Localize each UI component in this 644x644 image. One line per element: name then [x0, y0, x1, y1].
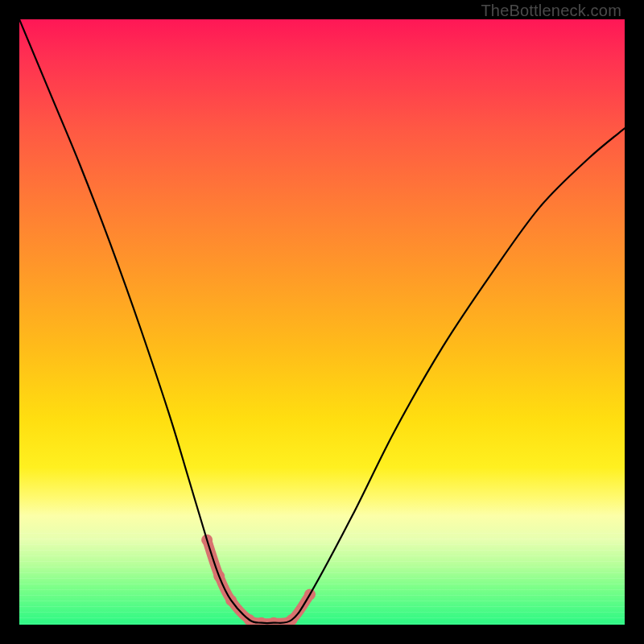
bottleneck-highlight — [207, 540, 310, 624]
curve-layer — [19, 19, 625, 625]
plot-area — [19, 19, 625, 625]
watermark-text: TheBottleneck.com — [481, 2, 621, 20]
bottleneck-curve — [19, 19, 625, 623]
chart-frame: TheBottleneck.com — [0, 0, 644, 644]
